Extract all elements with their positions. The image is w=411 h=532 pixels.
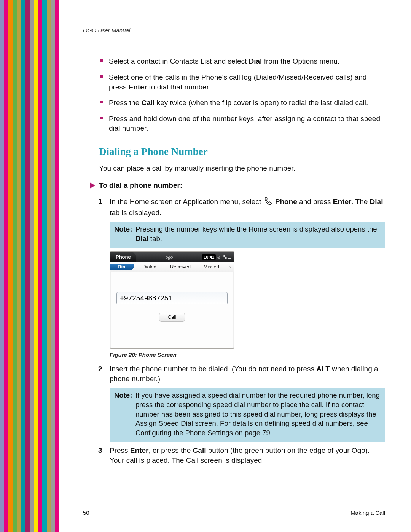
procedure-steps: 1 In the Home screen or Application menu… (83, 197, 385, 218)
decorative-stripe-bar (0, 0, 59, 532)
arrow-right-icon (90, 182, 95, 189)
section-heading: Dialing a Phone Number (99, 145, 385, 158)
device-screenshot: Phone ogo 10:41 ◎ ▝▖▂ Dial Dialed Receiv… (110, 251, 234, 349)
page-number: 50 (83, 509, 89, 517)
tab-missed[interactable]: Missed (196, 264, 227, 270)
stripe (13, 0, 17, 532)
step: 3 Press Enter, or press the Call button … (98, 446, 385, 465)
step: 2 Insert the phone number to be dialed. … (98, 364, 385, 383)
stripe (55, 0, 59, 532)
stripe (30, 0, 34, 532)
device-clock: 10:41 (202, 254, 216, 260)
bullet-item: Press and hold down one of the number ke… (98, 114, 385, 133)
bullet-list: Select a contact in Contacts List and se… (83, 56, 385, 133)
phone-number-input[interactable] (116, 292, 228, 304)
bullet-item: Press the Call key twice (when the flip … (98, 98, 385, 108)
stripe (21, 0, 25, 532)
stripe (25, 0, 30, 532)
procedure-steps-cont: 2 Insert the phone number to be dialed. … (83, 364, 385, 383)
step: 1 In the Home screen or Application menu… (98, 197, 385, 218)
device-status-icons: ◎ ▝▖▂ (217, 255, 231, 259)
figure-caption: Figure 20: Phone Screen (110, 351, 385, 359)
note-box: Note: If you have assigned a speed dial … (110, 388, 385, 442)
figure: Phone ogo 10:41 ◎ ▝▖▂ Dial Dialed Receiv… (110, 251, 385, 349)
device-app-tab: Phone (110, 252, 136, 262)
device-logo: ogo (136, 254, 202, 260)
call-button[interactable]: Call (159, 313, 185, 322)
stripe (42, 0, 46, 532)
stripe (34, 0, 38, 532)
procedure-steps-cont2: 3 Press Enter, or press the Call button … (83, 446, 385, 465)
device-tabs: Dial Dialed Received Missed › (110, 262, 234, 272)
tab-dialed[interactable]: Dialed (134, 264, 165, 270)
stripe (38, 0, 42, 532)
page-footer: 50 Making a Call (83, 509, 385, 517)
bullet-item: Select a contact in Contacts List and se… (98, 56, 385, 66)
note-box: Note: Pressing the number keys while the… (110, 222, 385, 248)
dial-area: Call (110, 272, 234, 329)
procedure-heading: To dial a phone number: (90, 181, 385, 190)
tab-dial[interactable]: Dial (110, 264, 134, 270)
stripe (47, 0, 51, 532)
stripe (8, 0, 13, 532)
footer-section: Making a Call (350, 509, 385, 517)
tab-more[interactable]: › (227, 264, 234, 270)
page-content: OGO User Manual Select a contact in Cont… (59, 0, 411, 532)
stripe (51, 0, 55, 532)
stripe (4, 0, 8, 532)
bullet-item: Select one of the calls in the Phone's c… (98, 72, 385, 92)
stripe (17, 0, 21, 532)
stripe (0, 0, 4, 532)
phone-icon (264, 197, 272, 208)
device-topbar: Phone ogo 10:41 ◎ ▝▖▂ (110, 252, 234, 262)
section-intro: You can place a call by manually inserti… (99, 163, 385, 173)
tab-received[interactable]: Received (165, 264, 196, 270)
page-header: OGO User Manual (83, 27, 385, 34)
